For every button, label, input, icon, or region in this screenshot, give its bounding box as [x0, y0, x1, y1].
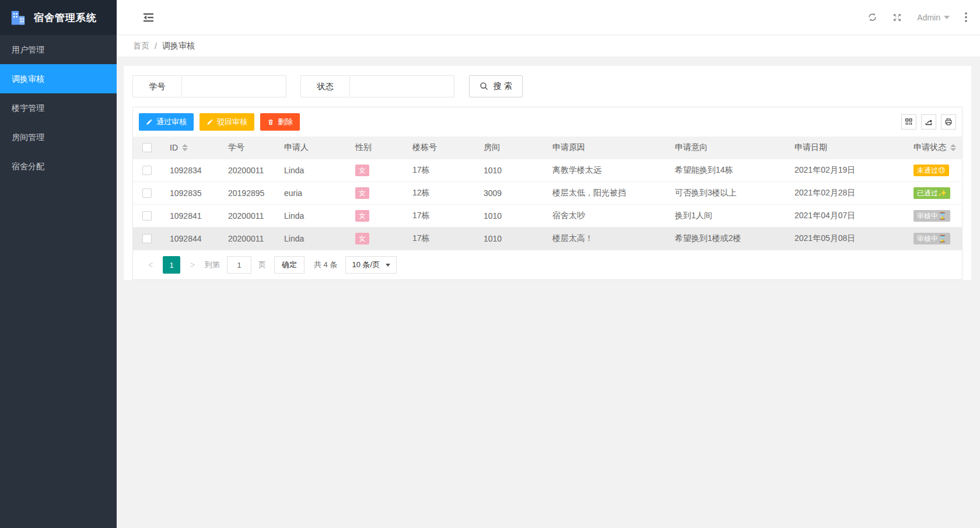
row-checkbox[interactable] — [142, 166, 152, 175]
fullscreen-icon[interactable] — [892, 13, 902, 22]
sidebar: 宿舍管理系统 用户管理 调换审核 楼宇管理 房间管理 宿舍分配 — [0, 0, 117, 528]
column-header-gender: 性别 — [346, 137, 404, 159]
chevron-right-icon[interactable]: > — [184, 256, 201, 274]
status-emoji: 😓 — [938, 166, 946, 174]
sort-icon[interactable] — [182, 144, 188, 151]
column-header-date: 申请日期 — [786, 137, 905, 159]
delete-button[interactable]: 删除 — [260, 113, 300, 131]
per-page-select[interactable]: 10 条/页 — [345, 256, 397, 274]
content-card: 学号 状态 搜 索 通 — [124, 66, 971, 280]
topbar-actions: Admin — [867, 12, 980, 22]
cell-date: 2021年05月08日 — [786, 227, 905, 250]
status-field-group: 状态 — [300, 75, 454, 97]
select-caret-icon — [386, 264, 390, 267]
cell-student-no: 20200011 — [219, 204, 275, 227]
reject-review-button[interactable]: 驳回审核 — [200, 113, 254, 131]
student-no-input[interactable] — [181, 75, 286, 97]
table-row: 1092841 20200011 Linda 女 17栋 1010 宿舍太吵 换… — [133, 204, 962, 227]
app-title: 宿舍管理系统 — [34, 11, 97, 25]
refresh-icon[interactable] — [867, 12, 877, 22]
cell-applicant: Linda — [275, 227, 346, 250]
sort-icon[interactable] — [950, 144, 956, 151]
top-header: Admin — [117, 0, 980, 35]
table-view: 通过审核 驳回审核 删除 — [132, 107, 963, 280]
export-icon[interactable] — [921, 114, 936, 130]
cell-building: 17栋 — [404, 204, 475, 227]
filter-columns-icon[interactable] — [901, 114, 916, 130]
search-form: 学号 状态 搜 索 — [132, 75, 963, 107]
cell-building: 17栋 — [404, 159, 475, 181]
caret-down-icon — [944, 16, 950, 19]
goto-suffix: 页 — [258, 260, 266, 270]
status-emoji: ✨ — [938, 189, 947, 197]
select-all-checkbox[interactable] — [142, 143, 152, 152]
cell-intention: 希望能换到14栋 — [666, 159, 786, 181]
table-row: 1092844 20200011 Linda 女 17栋 1010 楼层太高！ … — [133, 227, 962, 250]
column-header-building: 楼栋号 — [404, 137, 475, 159]
cell-intention: 希望换到1楼或2楼 — [666, 227, 786, 250]
status-label: 状态 — [300, 75, 349, 97]
search-icon — [480, 82, 489, 91]
gender-badge: 女 — [355, 233, 369, 244]
cell-reason: 宿舍太吵 — [544, 204, 666, 227]
cell-student-no: 20200011 — [219, 227, 275, 250]
approve-review-button[interactable]: 通过审核 — [139, 113, 194, 131]
per-page-value: 10 条/页 — [352, 260, 380, 270]
cell-id: 1092835 — [161, 181, 219, 204]
total-count: 共 4 条 — [314, 260, 337, 270]
cell-id: 1092834 — [161, 159, 219, 181]
delete-label: 删除 — [278, 117, 293, 127]
cell-reason: 楼层太低，阳光被挡 — [544, 181, 666, 204]
table-row: 1092834 20200011 Linda 女 17栋 1010 离教学楼太远… — [133, 159, 962, 181]
column-header-room: 房间 — [475, 137, 544, 159]
cell-room: 1010 — [475, 159, 544, 181]
cell-building: 17栋 — [404, 227, 475, 250]
trash-icon — [267, 118, 274, 126]
search-button[interactable]: 搜 索 — [469, 75, 523, 97]
user-menu[interactable]: Admin — [917, 13, 950, 22]
breadcrumb-home[interactable]: 首页 — [133, 41, 149, 51]
table-row: 1092835 20192895 euria 女 12栋 3009 楼层太低，阳… — [133, 181, 962, 204]
confirm-page-button[interactable]: 确定 — [274, 256, 304, 274]
print-icon[interactable] — [941, 114, 956, 130]
table-toolbar: 通过审核 驳回审核 删除 — [133, 107, 962, 137]
table-tools — [901, 114, 956, 130]
status-emoji: ⌛ — [938, 212, 947, 220]
cell-date: 2021年04月07日 — [786, 204, 905, 227]
row-checkbox[interactable] — [142, 211, 152, 221]
student-no-label: 学号 — [132, 75, 181, 97]
cell-reason: 楼层太高！ — [544, 227, 666, 250]
cell-student-no: 20192895 — [219, 181, 275, 204]
cell-intention: 换到1人间 — [666, 204, 786, 227]
status-badge: 未通过😓 — [914, 165, 949, 176]
sidebar-item-room-management[interactable]: 房间管理 — [0, 123, 117, 152]
column-header-id[interactable]: ID — [161, 137, 219, 159]
row-checkbox[interactable] — [142, 234, 152, 243]
sidebar-item-building-management[interactable]: 楼宇管理 — [0, 93, 117, 123]
cell-room: 3009 — [475, 181, 544, 204]
edit-icon — [146, 118, 153, 125]
cell-intention: 可否换到3楼以上 — [666, 181, 786, 204]
goto-page-input[interactable] — [227, 256, 251, 274]
app-logo: 宿舍管理系统 — [0, 0, 117, 35]
sidebar-item-user-management[interactable]: 用户管理 — [0, 35, 117, 64]
row-checkbox[interactable] — [142, 188, 152, 198]
breadcrumb: 首页 / 调换审核 — [117, 35, 980, 57]
more-vertical-icon[interactable] — [965, 12, 967, 22]
cell-room: 1010 — [475, 227, 544, 250]
collapse-menu-icon[interactable] — [143, 13, 154, 22]
breadcrumb-separator: / — [155, 41, 157, 51]
search-button-label: 搜 索 — [494, 81, 512, 92]
chevron-left-icon[interactable]: < — [142, 256, 159, 274]
cell-applicant: Linda — [275, 204, 346, 227]
status-input[interactable] — [349, 75, 454, 97]
page-number-active[interactable]: 1 — [163, 256, 180, 274]
column-header-status[interactable]: 申请状态 — [905, 137, 962, 159]
cell-building: 12栋 — [404, 181, 475, 204]
sidebar-item-dorm-allocation[interactable]: 宿舍分配 — [0, 152, 117, 181]
cell-applicant: Linda — [275, 159, 346, 181]
gender-badge: 女 — [355, 187, 369, 199]
cell-applicant: euria — [275, 181, 346, 204]
reject-review-label: 驳回审核 — [217, 117, 247, 127]
sidebar-item-exchange-review[interactable]: 调换审核 — [0, 64, 117, 93]
